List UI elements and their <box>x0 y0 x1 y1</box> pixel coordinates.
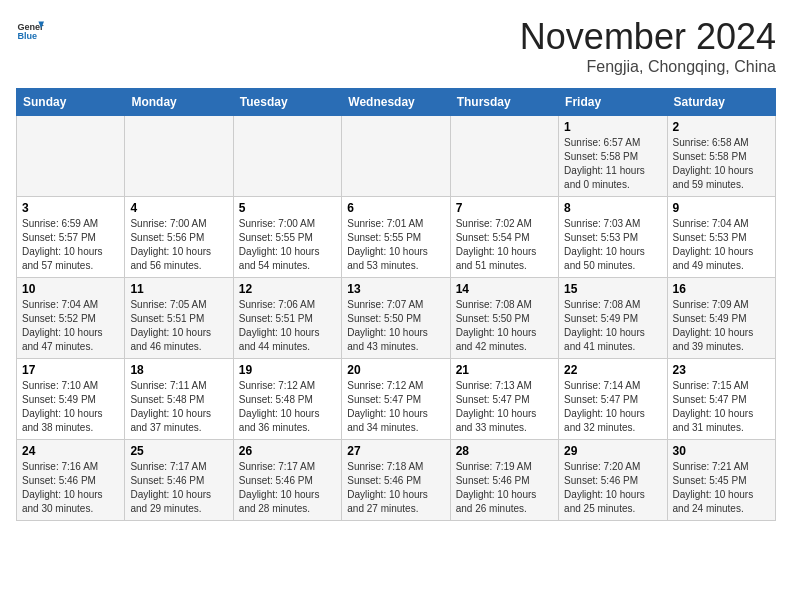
day-number: 27 <box>347 444 444 458</box>
calendar-cell: 3Sunrise: 6:59 AMSunset: 5:57 PMDaylight… <box>17 197 125 278</box>
day-number: 30 <box>673 444 770 458</box>
calendar-cell: 22Sunrise: 7:14 AMSunset: 5:47 PMDayligh… <box>559 359 667 440</box>
day-info: Sunrise: 7:14 AMSunset: 5:47 PMDaylight:… <box>564 379 661 435</box>
day-header-friday: Friday <box>559 89 667 116</box>
day-info: Sunrise: 7:07 AMSunset: 5:50 PMDaylight:… <box>347 298 444 354</box>
calendar-cell: 23Sunrise: 7:15 AMSunset: 5:47 PMDayligh… <box>667 359 775 440</box>
day-number: 26 <box>239 444 336 458</box>
day-number: 23 <box>673 363 770 377</box>
day-info: Sunrise: 7:17 AMSunset: 5:46 PMDaylight:… <box>239 460 336 516</box>
day-number: 22 <box>564 363 661 377</box>
day-number: 17 <box>22 363 119 377</box>
day-info: Sunrise: 7:20 AMSunset: 5:46 PMDaylight:… <box>564 460 661 516</box>
calendar-cell: 15Sunrise: 7:08 AMSunset: 5:49 PMDayligh… <box>559 278 667 359</box>
day-number: 15 <box>564 282 661 296</box>
day-number: 13 <box>347 282 444 296</box>
calendar-cell: 27Sunrise: 7:18 AMSunset: 5:46 PMDayligh… <box>342 440 450 521</box>
calendar-cell: 28Sunrise: 7:19 AMSunset: 5:46 PMDayligh… <box>450 440 558 521</box>
day-number: 5 <box>239 201 336 215</box>
title-block: November 2024 Fengjia, Chongqing, China <box>520 16 776 76</box>
day-info: Sunrise: 7:03 AMSunset: 5:53 PMDaylight:… <box>564 217 661 273</box>
calendar-cell: 17Sunrise: 7:10 AMSunset: 5:49 PMDayligh… <box>17 359 125 440</box>
day-info: Sunrise: 7:10 AMSunset: 5:49 PMDaylight:… <box>22 379 119 435</box>
day-info: Sunrise: 7:05 AMSunset: 5:51 PMDaylight:… <box>130 298 227 354</box>
day-number: 4 <box>130 201 227 215</box>
day-info: Sunrise: 7:01 AMSunset: 5:55 PMDaylight:… <box>347 217 444 273</box>
day-number: 1 <box>564 120 661 134</box>
calendar-cell: 19Sunrise: 7:12 AMSunset: 5:48 PMDayligh… <box>233 359 341 440</box>
day-header-wednesday: Wednesday <box>342 89 450 116</box>
logo-icon: General Blue <box>16 16 44 44</box>
calendar-week-2: 3Sunrise: 6:59 AMSunset: 5:57 PMDaylight… <box>17 197 776 278</box>
day-info: Sunrise: 6:58 AMSunset: 5:58 PMDaylight:… <box>673 136 770 192</box>
day-info: Sunrise: 7:21 AMSunset: 5:45 PMDaylight:… <box>673 460 770 516</box>
logo: General Blue <box>16 16 44 44</box>
day-number: 10 <box>22 282 119 296</box>
calendar-cell: 20Sunrise: 7:12 AMSunset: 5:47 PMDayligh… <box>342 359 450 440</box>
calendar-week-5: 24Sunrise: 7:16 AMSunset: 5:46 PMDayligh… <box>17 440 776 521</box>
day-number: 20 <box>347 363 444 377</box>
calendar-cell: 12Sunrise: 7:06 AMSunset: 5:51 PMDayligh… <box>233 278 341 359</box>
day-header-sunday: Sunday <box>17 89 125 116</box>
calendar-cell: 13Sunrise: 7:07 AMSunset: 5:50 PMDayligh… <box>342 278 450 359</box>
calendar-cell <box>342 116 450 197</box>
calendar-cell: 26Sunrise: 7:17 AMSunset: 5:46 PMDayligh… <box>233 440 341 521</box>
day-number: 9 <box>673 201 770 215</box>
calendar-cell: 9Sunrise: 7:04 AMSunset: 5:53 PMDaylight… <box>667 197 775 278</box>
day-info: Sunrise: 7:02 AMSunset: 5:54 PMDaylight:… <box>456 217 553 273</box>
day-info: Sunrise: 7:08 AMSunset: 5:50 PMDaylight:… <box>456 298 553 354</box>
calendar-cell: 30Sunrise: 7:21 AMSunset: 5:45 PMDayligh… <box>667 440 775 521</box>
day-number: 11 <box>130 282 227 296</box>
day-info: Sunrise: 7:12 AMSunset: 5:47 PMDaylight:… <box>347 379 444 435</box>
day-info: Sunrise: 7:12 AMSunset: 5:48 PMDaylight:… <box>239 379 336 435</box>
calendar-cell: 18Sunrise: 7:11 AMSunset: 5:48 PMDayligh… <box>125 359 233 440</box>
day-header-saturday: Saturday <box>667 89 775 116</box>
day-number: 19 <box>239 363 336 377</box>
calendar-cell <box>125 116 233 197</box>
day-number: 6 <box>347 201 444 215</box>
calendar-cell <box>233 116 341 197</box>
month-year: November 2024 <box>520 16 776 58</box>
calendar-week-3: 10Sunrise: 7:04 AMSunset: 5:52 PMDayligh… <box>17 278 776 359</box>
calendar-cell: 6Sunrise: 7:01 AMSunset: 5:55 PMDaylight… <box>342 197 450 278</box>
calendar-cell: 8Sunrise: 7:03 AMSunset: 5:53 PMDaylight… <box>559 197 667 278</box>
calendar-cell: 29Sunrise: 7:20 AMSunset: 5:46 PMDayligh… <box>559 440 667 521</box>
day-number: 8 <box>564 201 661 215</box>
day-number: 24 <box>22 444 119 458</box>
day-header-tuesday: Tuesday <box>233 89 341 116</box>
calendar-cell: 14Sunrise: 7:08 AMSunset: 5:50 PMDayligh… <box>450 278 558 359</box>
day-number: 29 <box>564 444 661 458</box>
day-info: Sunrise: 7:08 AMSunset: 5:49 PMDaylight:… <box>564 298 661 354</box>
calendar-week-4: 17Sunrise: 7:10 AMSunset: 5:49 PMDayligh… <box>17 359 776 440</box>
day-info: Sunrise: 7:04 AMSunset: 5:52 PMDaylight:… <box>22 298 119 354</box>
calendar-cell <box>17 116 125 197</box>
day-info: Sunrise: 7:00 AMSunset: 5:55 PMDaylight:… <box>239 217 336 273</box>
day-info: Sunrise: 7:06 AMSunset: 5:51 PMDaylight:… <box>239 298 336 354</box>
day-info: Sunrise: 6:59 AMSunset: 5:57 PMDaylight:… <box>22 217 119 273</box>
day-info: Sunrise: 7:09 AMSunset: 5:49 PMDaylight:… <box>673 298 770 354</box>
day-number: 3 <box>22 201 119 215</box>
day-header-thursday: Thursday <box>450 89 558 116</box>
day-number: 2 <box>673 120 770 134</box>
calendar-body: 1Sunrise: 6:57 AMSunset: 5:58 PMDaylight… <box>17 116 776 521</box>
calendar-header-row: SundayMondayTuesdayWednesdayThursdayFrid… <box>17 89 776 116</box>
day-number: 28 <box>456 444 553 458</box>
day-info: Sunrise: 7:00 AMSunset: 5:56 PMDaylight:… <box>130 217 227 273</box>
day-number: 21 <box>456 363 553 377</box>
day-info: Sunrise: 7:19 AMSunset: 5:46 PMDaylight:… <box>456 460 553 516</box>
calendar-cell: 5Sunrise: 7:00 AMSunset: 5:55 PMDaylight… <box>233 197 341 278</box>
calendar-cell: 25Sunrise: 7:17 AMSunset: 5:46 PMDayligh… <box>125 440 233 521</box>
page-header: General Blue November 2024 Fengjia, Chon… <box>16 16 776 76</box>
day-info: Sunrise: 7:11 AMSunset: 5:48 PMDaylight:… <box>130 379 227 435</box>
day-number: 12 <box>239 282 336 296</box>
calendar-cell: 7Sunrise: 7:02 AMSunset: 5:54 PMDaylight… <box>450 197 558 278</box>
location: Fengjia, Chongqing, China <box>520 58 776 76</box>
calendar-cell <box>450 116 558 197</box>
day-number: 16 <box>673 282 770 296</box>
day-info: Sunrise: 7:15 AMSunset: 5:47 PMDaylight:… <box>673 379 770 435</box>
day-info: Sunrise: 6:57 AMSunset: 5:58 PMDaylight:… <box>564 136 661 192</box>
day-info: Sunrise: 7:13 AMSunset: 5:47 PMDaylight:… <box>456 379 553 435</box>
day-number: 7 <box>456 201 553 215</box>
calendar-cell: 4Sunrise: 7:00 AMSunset: 5:56 PMDaylight… <box>125 197 233 278</box>
calendar-table: SundayMondayTuesdayWednesdayThursdayFrid… <box>16 88 776 521</box>
